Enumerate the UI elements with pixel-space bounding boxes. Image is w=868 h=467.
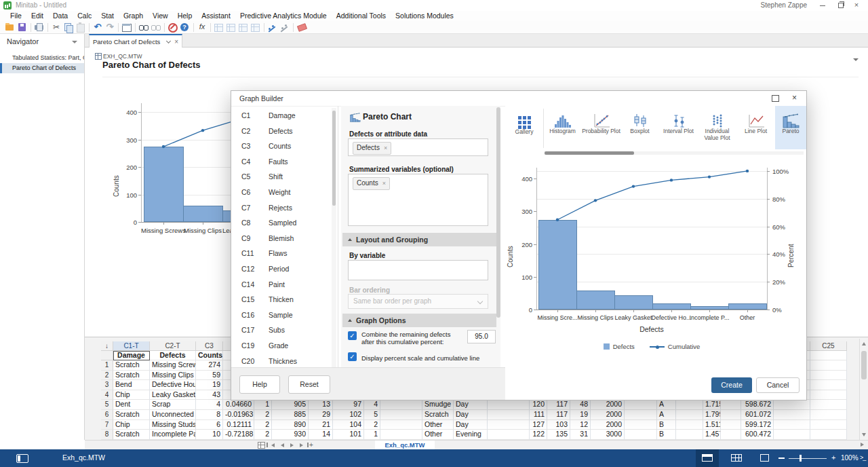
column-name-cell[interactable]: Counts [196,351,223,360]
column-header-c1-t[interactable]: C1-T [113,341,150,351]
worksheet-cell[interactable] [676,410,703,420]
worksheet-cell[interactable]: 2000 [591,400,625,410]
paste-icon[interactable] [75,22,87,33]
previous-sheet-icon[interactable] [281,443,284,447]
tab-pareto-chart-of-defects[interactable]: Pareto Chart of Defects × [89,34,182,48]
scrollbar-thumb[interactable] [332,111,336,206]
worksheet-cell[interactable]: 905 [272,400,309,410]
worksheet-cell[interactable]: Chip [113,420,150,430]
by-variable-field[interactable] [348,260,488,280]
blank-view-icon[interactable] [760,454,769,462]
column-item-c20[interactable]: C20Thicknes [235,354,330,367]
worksheet-cell[interactable]: Incomplete Part [150,430,196,440]
worksheet-cell[interactable]: 6 [196,420,223,430]
column-select-corner[interactable]: ↓ [101,341,113,351]
worksheet-cell[interactable] [721,420,741,430]
worksheet-cell[interactable]: Missing Studs [150,420,196,430]
worksheet-cell[interactable]: 1.457 [703,430,721,440]
worksheet-cell[interactable] [810,371,847,381]
gallery-item-histogram[interactable]: Histogram [543,106,582,149]
cancel-button[interactable]: Cancel [756,377,800,393]
cut-icon[interactable]: ✂ [50,22,62,33]
worksheet-cell[interactable]: 2 [254,420,272,430]
menu-item-stat[interactable]: Stat [96,11,119,21]
worksheet-cell[interactable]: 2 [254,430,272,440]
worksheet-cell[interactable]: 0.12111 [223,420,254,430]
summarized-field[interactable]: Counts× [348,174,488,226]
zoom-slider[interactable] [789,458,827,460]
worksheet-cell[interactable]: 97 [333,400,364,410]
chip-remove-icon[interactable]: × [384,145,387,151]
gallery-item-interval-plot[interactable]: Interval Plot [659,106,698,149]
worksheet-cell[interactable] [810,360,847,371]
worksheet-cell[interactable]: Day [454,420,488,430]
insert-grid-2-icon[interactable] [225,22,237,33]
insert-grid-3-icon[interactable] [237,22,250,33]
insert-grid-1-icon[interactable] [213,22,225,33]
row-number[interactable]: 7 [101,420,113,430]
worksheet-cell[interactable]: 117 [547,410,570,420]
worksheet-cell[interactable]: 599.172 [741,420,774,430]
row-number[interactable]: 6 [101,410,113,420]
worksheet-cell[interactable]: 0.04660 [223,400,254,410]
worksheet-cell[interactable] [810,430,847,440]
minimize-button[interactable] [815,0,830,10]
worksheet-cell[interactable]: Scratch [113,410,150,420]
worksheet-cell[interactable]: Smudge [422,400,454,410]
dialog-close-icon[interactable]: × [792,93,797,102]
menu-item-solutions-modules[interactable]: Solutions Modules [391,11,458,21]
sheet-list-icon[interactable] [258,442,265,449]
worksheet-cell[interactable]: 31 [570,430,591,440]
worksheet-cell[interactable]: 1 [364,430,380,440]
worksheet-cell[interactable]: 5 [364,410,380,420]
row-number[interactable]: 1 [101,360,113,371]
scrollbar-thumb[interactable] [545,151,634,155]
worksheet-cell[interactable] [721,400,741,410]
menu-item-predictive-analytics-module[interactable]: Predictive Analytics Module [235,11,332,21]
worksheet-cell[interactable]: Day [454,400,488,410]
gallery-item-probability-plot[interactable]: Probability Plot [582,106,620,149]
worksheet-cell[interactable]: -0.72188 [223,430,254,440]
worksheet-cell[interactable]: 14 [309,430,333,440]
insert-grid-4-icon[interactable] [250,22,262,33]
worksheet-cell[interactable]: 2000 [591,420,625,430]
worksheet-view-icon[interactable] [702,454,713,462]
find-next-icon[interactable] [150,22,162,33]
new-window-icon[interactable] [121,22,133,33]
row-number[interactable]: 5 [101,400,113,410]
worksheet-cell[interactable]: 8 [196,410,223,420]
worksheet-cell[interactable] [380,420,422,430]
first-sheet-icon[interactable] [271,443,275,447]
worksheet-cell[interactable] [488,410,530,420]
zoom-in-icon[interactable]: + [831,453,835,462]
bar-ordering-dropdown[interactable]: Same bar order per graph [348,294,488,309]
variable-chip-defects[interactable]: Defects× [353,142,391,155]
output-options-chevron-icon[interactable] [853,58,859,61]
worksheet-cell[interactable]: 2 [364,420,380,430]
worksheet-cell[interactable]: Missing Clips [150,371,196,381]
cumulative-percent-input[interactable]: 95.0 [467,330,496,343]
formula-icon[interactable]: fx [196,22,208,33]
open-icon[interactable] [4,22,16,33]
grid-view-icon[interactable] [731,454,742,462]
scrollbar-thumb[interactable] [496,107,500,318]
worksheet-cell[interactable]: Other [422,430,454,440]
worksheet-cell[interactable]: Scratch [422,410,454,420]
worksheet-cell[interactable]: Leaky Gasket [150,390,196,400]
worksheet-cell[interactable]: Defective Housi [150,380,196,390]
worksheet-cell[interactable]: 2 [254,410,272,420]
navigator-header[interactable]: Navigator [0,34,84,49]
worksheet-cell[interactable]: -0.01963 [223,410,254,420]
chevron-down-icon[interactable] [72,41,77,43]
cancel-icon[interactable] [167,22,179,33]
column-item-c16[interactable]: C16Sample [235,307,330,323]
worksheet-cell[interactable]: Unconnected Wir [150,410,196,420]
erase-icon[interactable] [296,22,308,33]
save-icon[interactable] [16,22,28,33]
chip-remove-icon[interactable]: × [382,180,386,187]
tab-close-icon[interactable]: × [174,38,178,45]
worksheet-cell[interactable]: 135 [547,430,570,440]
worksheet-cell[interactable] [488,430,530,440]
worksheet-cell[interactable]: 274 [196,360,223,371]
column-header-c25[interactable]: C25 [810,341,847,351]
